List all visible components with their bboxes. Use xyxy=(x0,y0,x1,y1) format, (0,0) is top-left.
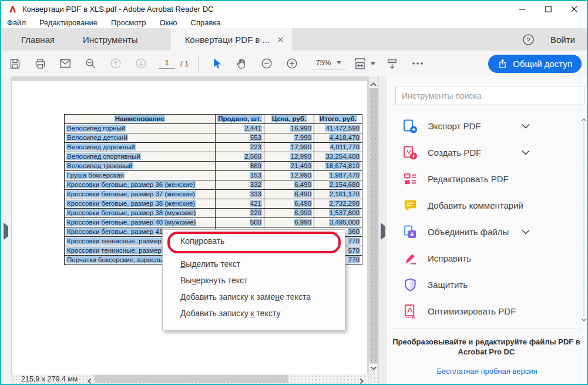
selected-text[interactable]: 2,560 xyxy=(244,153,262,160)
selected-text[interactable]: 3,495,000 xyxy=(329,219,360,226)
selected-text[interactable]: 2,441 xyxy=(244,125,262,132)
horizontal-scrollbar-thumb[interactable] xyxy=(95,375,288,383)
selected-text[interactable]: 4,011,770 xyxy=(330,143,360,150)
tool-protect[interactable]: Защитить xyxy=(387,272,587,298)
selected-text[interactable]: 360 xyxy=(348,228,360,235)
email-button[interactable] xyxy=(56,55,74,72)
tool-combine-files[interactable]: Объединить файлы xyxy=(387,219,587,245)
selected-text[interactable]: Велосипед дорожный xyxy=(66,143,136,150)
fit-width-button[interactable] xyxy=(353,56,375,71)
selected-text[interactable]: Кроссовки беговые, размер 36 (женские) xyxy=(66,181,196,188)
menu-help[interactable]: Справка xyxy=(191,18,221,27)
free-trial-link[interactable]: Бесплатная пробная версия xyxy=(387,367,587,376)
chevron-down-icon[interactable] xyxy=(522,123,530,129)
page-scrolling-button[interactable] xyxy=(384,55,401,72)
tab-document[interactable]: Конвертаци PDF в ... xyxy=(171,28,293,51)
selected-text[interactable]: 18,674,810 xyxy=(325,162,360,169)
selected-text[interactable]: 2,732,290 xyxy=(329,200,360,207)
tools-pane-handle[interactable] xyxy=(381,226,385,237)
selected-text[interactable]: 421 xyxy=(250,200,262,207)
selected-text[interactable]: 12,990 xyxy=(290,153,312,160)
help-icon[interactable]: ? xyxy=(522,28,535,51)
selected-text[interactable]: 12,990 xyxy=(290,172,312,179)
selected-text[interactable]: 570 xyxy=(348,247,360,254)
selected-text[interactable]: 33,254,400 xyxy=(325,153,360,160)
menu-window[interactable]: Окно xyxy=(159,18,177,27)
selected-text[interactable]: Наименование xyxy=(115,115,165,122)
selected-text[interactable]: 6,490 xyxy=(294,200,312,207)
selected-text[interactable]: Кроссовки беговые, размер 37 (женские) xyxy=(66,190,196,197)
search-button[interactable] xyxy=(82,55,99,72)
chevron-down-icon[interactable] xyxy=(522,150,530,155)
selected-text[interactable]: Велосипед горный xyxy=(66,125,126,132)
selected-text[interactable]: 220 xyxy=(250,209,262,216)
zoom-level-select[interactable]: 75% xyxy=(311,58,345,69)
selected-text[interactable]: 41,472,590 xyxy=(325,125,360,132)
menu-file[interactable]: Файл xyxy=(7,18,26,27)
horizontal-scrollbar[interactable]: 215,9 x 279,4 мм xyxy=(11,374,369,384)
selected-text[interactable]: 223 xyxy=(250,143,262,150)
selected-text[interactable]: Велосипед трековый xyxy=(66,162,133,169)
tool-edit-pdf[interactable]: Редактировать PDF xyxy=(387,166,587,192)
menu-item-note-replace-text[interactable]: Добавить записку к замене текста xyxy=(163,289,345,305)
selected-text[interactable]: Кроссовки теннисные, размер xyxy=(66,237,162,245)
zoom-in-button[interactable] xyxy=(283,55,301,72)
save-button[interactable] xyxy=(6,55,23,72)
menu-item-note-to-text[interactable]: Добавить записку к тексту xyxy=(163,305,345,322)
share-button[interactable]: Общий доступ xyxy=(488,55,582,73)
maximize-button[interactable] xyxy=(535,1,561,16)
vertical-scrollbar[interactable] xyxy=(369,76,378,384)
selected-text[interactable]: 6,490 xyxy=(294,190,312,197)
selected-text[interactable]: Перчатки боксерские, взрослы xyxy=(66,256,164,263)
menu-edit[interactable]: Редактирование xyxy=(39,18,98,27)
column-header[interactable]: Наименование xyxy=(65,115,216,124)
column-header[interactable]: Продано, шт. xyxy=(216,115,264,124)
print-button[interactable] xyxy=(31,55,49,72)
selected-text[interactable]: Кроссовки беговые, размер 40 (мужские) xyxy=(66,219,196,226)
minimize-button[interactable] xyxy=(509,1,535,16)
tool-fix[interactable]: Исправить xyxy=(387,245,587,272)
column-header[interactable]: Итого, руб. xyxy=(314,115,362,124)
menu-view[interactable]: Просмотр xyxy=(111,18,146,27)
hand-tool-button[interactable] xyxy=(233,55,250,72)
tool-add-comment[interactable]: Добавить комментарий xyxy=(387,192,587,219)
menu-item-highlight-text[interactable]: Выделить текст xyxy=(163,256,345,272)
select-tool-button[interactable] xyxy=(207,55,225,72)
selected-text[interactable]: 7,990 xyxy=(294,134,312,141)
selected-text[interactable]: 869 xyxy=(250,162,262,169)
vertical-scrollbar-thumb[interactable] xyxy=(369,88,378,363)
selected-text[interactable]: 6,990 xyxy=(294,209,312,216)
selected-text[interactable]: 6,490 xyxy=(294,181,312,188)
page-number-input[interactable]: 1 xyxy=(159,58,175,69)
selected-text[interactable]: Велосипед детский xyxy=(66,134,128,141)
selected-text[interactable]: Груша боксерская xyxy=(66,172,125,179)
tool-create-pdf[interactable]: Создать PDF xyxy=(387,139,587,166)
selected-text[interactable]: 6,990 xyxy=(294,219,312,226)
navigation-pane-handle[interactable] xyxy=(4,226,8,237)
search-tools-input[interactable] xyxy=(395,86,584,105)
selected-text[interactable]: 333 xyxy=(250,190,262,197)
selected-text[interactable]: 2,154,680 xyxy=(329,181,360,188)
chevron-down-icon[interactable] xyxy=(522,229,530,235)
selected-text[interactable]: Кроссовки беговые, размер 38 (мужские) xyxy=(66,209,196,216)
selected-text[interactable]: Цена, руб. xyxy=(271,115,307,122)
selected-text[interactable]: 17,990 xyxy=(290,143,312,150)
selected-text[interactable]: 770 xyxy=(348,256,360,263)
zoom-out-button[interactable] xyxy=(258,55,275,72)
selected-text[interactable]: 1,987,470 xyxy=(329,172,360,179)
sidebar-scrollbar[interactable] xyxy=(582,114,586,324)
sign-in-button[interactable]: Войти xyxy=(550,28,575,51)
selected-text[interactable]: 500 xyxy=(250,219,262,226)
close-button[interactable] xyxy=(561,1,587,16)
selected-text[interactable]: Продано, шт. xyxy=(217,115,262,122)
scroll-down-icon[interactable] xyxy=(581,314,587,324)
selected-text[interactable]: Итого, руб. xyxy=(319,115,357,122)
selected-text[interactable]: 2,161,170 xyxy=(329,190,360,197)
selected-text[interactable]: 21,490 xyxy=(290,162,312,169)
tool-export-pdf[interactable]: Экспорт PDF xyxy=(387,113,587,139)
scroll-left-icon[interactable] xyxy=(87,376,92,385)
next-page-icon[interactable] xyxy=(132,55,150,72)
selected-text[interactable]: Кроссовки беговые, размер 41 xyxy=(66,228,163,235)
tab-tools[interactable]: Инструменты xyxy=(69,28,152,51)
selected-text[interactable]: 1,537,800 xyxy=(329,209,360,216)
